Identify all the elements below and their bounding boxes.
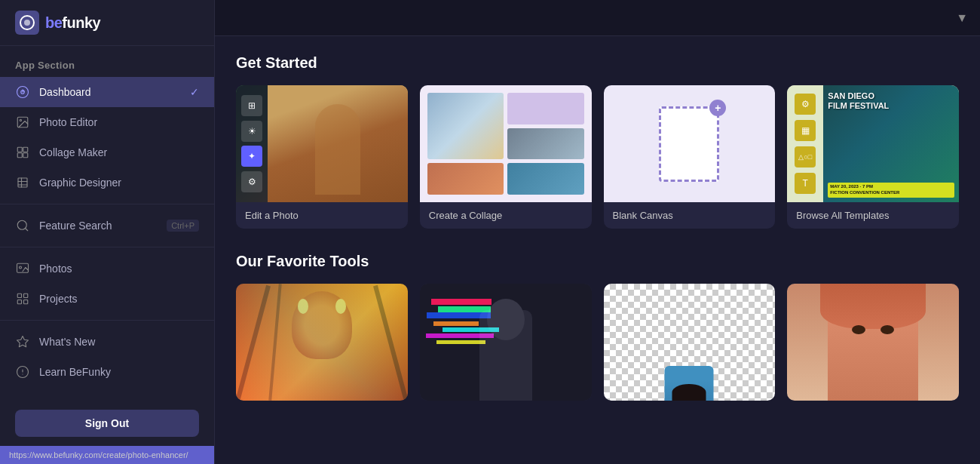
svg-line-14: [25, 228, 27, 230]
browse-templates-card-image: ⚙ ▦ △○□ T SAN DIEGOFILM FESTIVAL MAY 20,…: [787, 85, 959, 202]
graphic-designer-icon: [15, 175, 30, 190]
active-check-icon: ✓: [190, 86, 199, 98]
svg-rect-7: [17, 153, 22, 158]
tool-card-glitch[interactable]: [420, 284, 592, 401]
sidebar-item-projects[interactable]: Projects: [0, 284, 214, 314]
projects-label: Projects: [39, 293, 78, 305]
svg-rect-9: [18, 178, 27, 187]
sidebar-item-photos[interactable]: Photos: [0, 254, 214, 284]
logo-icon: [15, 11, 39, 35]
svg-rect-19: [17, 300, 21, 304]
tool-card-bg-remover[interactable]: [604, 284, 776, 401]
sidebar: befunky App Section Dashboard ✓ Photo Ed…: [0, 0, 215, 464]
svg-rect-5: [17, 147, 22, 152]
sidebar-item-photo-editor[interactable]: Photo Editor: [0, 107, 214, 137]
nav-divider-3: [0, 320, 214, 321]
magic-tool-icon: ✦: [241, 146, 262, 167]
svg-marker-21: [17, 336, 29, 347]
search-icon: [15, 218, 30, 233]
svg-point-4: [20, 119, 21, 121]
svg-rect-8: [23, 153, 28, 158]
create-collage-card-image: [420, 85, 592, 202]
top-bar: ▼: [215, 0, 980, 36]
get-started-title: Get Started: [236, 54, 959, 72]
light-tool-icon: ☀: [241, 121, 262, 142]
favorite-tools-title: Our Favorite Tools: [236, 253, 959, 270]
svg-point-16: [20, 266, 22, 269]
whats-new-icon: [15, 334, 30, 349]
collage-maker-icon: [15, 145, 30, 160]
svg-rect-18: [24, 293, 28, 297]
feature-search-label: Feature Search: [39, 220, 112, 232]
crop-tool-icon: ⊞: [241, 95, 262, 116]
learn-befunky-label: Learn BeFunky: [39, 366, 111, 378]
adjust-tool-icon: ⚙: [241, 171, 262, 192]
photo-editor-icon: [15, 115, 30, 130]
edit-photo-card-image: ⊞ ☀ ✦ ⚙: [236, 85, 408, 202]
sidebar-item-dashboard[interactable]: Dashboard ✓: [0, 77, 214, 107]
get-started-cards: ⊞ ☀ ✦ ⚙ Edit a Photo: [236, 85, 959, 229]
sidebar-item-whats-new[interactable]: What's New: [0, 327, 214, 357]
sidebar-nav: Dashboard ✓ Photo Editor Collage Maker G…: [0, 77, 214, 401]
browse-templates-label: Browse All Templates: [787, 202, 959, 229]
sidebar-item-graphic-designer[interactable]: Graphic Designer: [0, 167, 214, 198]
svg-rect-17: [17, 293, 21, 297]
logo-text: befunky: [45, 14, 100, 32]
photos-icon: [15, 261, 30, 276]
dashboard-label: Dashboard: [39, 86, 91, 98]
svg-rect-6: [23, 147, 28, 152]
nav-divider-1: [0, 204, 214, 204]
projects-icon: [15, 291, 30, 306]
edit-photo-card[interactable]: ⊞ ☀ ✦ ⚙ Edit a Photo: [236, 85, 408, 229]
blank-canvas-card[interactable]: + Blank Canvas: [604, 85, 776, 229]
tool-card-tiger[interactable]: [236, 284, 408, 401]
blank-canvas-card-image: +: [604, 85, 776, 202]
tool-card-portrait[interactable]: [787, 284, 959, 401]
sidebar-item-feature-search[interactable]: Feature Search Ctrl+P: [0, 210, 214, 241]
sidebar-item-collage-maker[interactable]: Collage Maker: [0, 137, 214, 167]
learn-icon: [15, 364, 30, 379]
svg-point-1: [24, 20, 30, 26]
create-collage-label: Create a Collage: [420, 202, 592, 229]
whats-new-label: What's New: [39, 336, 95, 348]
sign-out-button[interactable]: Sign Out: [15, 410, 199, 437]
edit-photo-label: Edit a Photo: [236, 202, 408, 229]
svg-rect-20: [24, 300, 28, 304]
nav-divider-2: [0, 247, 214, 247]
sidebar-item-learn-befunky[interactable]: Learn BeFunky: [0, 357, 214, 387]
url-bar: https://www.befunky.com/create/photo-enh…: [0, 446, 214, 464]
top-chevron-icon: ▼: [956, 11, 968, 25]
browse-templates-card[interactable]: ⚙ ▦ △○□ T SAN DIEGOFILM FESTIVAL MAY 20,…: [787, 85, 959, 229]
dashboard-icon: [15, 85, 30, 100]
photo-editor-label: Photo Editor: [39, 116, 97, 128]
collage-maker-label: Collage Maker: [39, 146, 107, 158]
feature-search-shortcut: Ctrl+P: [167, 220, 199, 232]
favorite-tools-cards: [236, 284, 959, 401]
blank-canvas-label: Blank Canvas: [604, 202, 776, 229]
main-content: Get Started ⊞ ☀ ✦ ⚙: [215, 36, 980, 464]
logo-area: befunky: [0, 0, 214, 46]
graphic-designer-label: Graphic Designer: [39, 177, 121, 189]
app-section-label: App Section: [0, 46, 214, 77]
create-collage-card[interactable]: Create a Collage: [420, 85, 592, 229]
photos-label: Photos: [39, 263, 72, 275]
